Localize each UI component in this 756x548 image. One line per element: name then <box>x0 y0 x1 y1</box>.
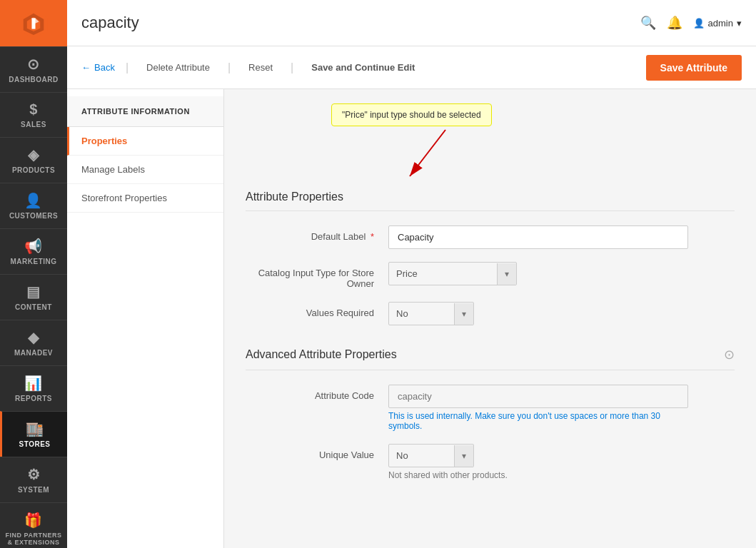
sidebar-item-system[interactable]: ⚙ SYSTEM <box>0 457 67 502</box>
customers-icon: 👤 <box>24 192 43 209</box>
collapse-icon[interactable]: ⊙ <box>724 347 735 362</box>
system-icon: ⚙ <box>27 466 41 483</box>
divider-1: | <box>126 61 128 74</box>
sidebar-item-marketing[interactable]: 📢 MARKETING <box>0 228 67 274</box>
top-header: capacity 🔍 🔔 👤 admin ▾ <box>67 0 756 46</box>
divider-2: | <box>228 61 231 74</box>
sidebar-item-reports[interactable]: 📊 REPORTS <box>0 365 67 411</box>
advanced-section-header: Advanced Attribute Properties ⊙ <box>246 347 735 370</box>
attribute-code-label: Attribute Code <box>246 385 388 401</box>
admin-label: admin <box>708 18 733 29</box>
tooltip-area: "Price" input type should be selected <box>246 103 735 183</box>
catalog-input-type-dropdown-icon: ▾ <box>497 263 516 285</box>
default-label-label: Default Label * <box>246 225 388 242</box>
delete-attribute-button[interactable]: Delete Attribute <box>139 56 217 78</box>
admin-dropdown-icon: ▾ <box>737 18 742 29</box>
values-required-control: No Yes ▾ <box>388 302 688 325</box>
search-icon[interactable]: 🔍 <box>640 15 656 31</box>
left-nav: ATTRIBUTE INFORMATION Properties Manage … <box>67 89 224 548</box>
sidebar-logo[interactable] <box>0 0 67 46</box>
products-icon: ◈ <box>28 146 39 163</box>
sidebar-item-sales[interactable]: $ SALES <box>0 92 67 137</box>
admin-user-icon: 👤 <box>693 18 705 29</box>
attribute-code-input[interactable] <box>388 385 688 408</box>
values-required-select[interactable]: No Yes <box>389 303 454 325</box>
attribute-code-helper: This is used internally. Make sure you d… <box>388 411 688 431</box>
required-star: * <box>371 231 374 242</box>
save-attribute-button[interactable]: Save Attribute <box>646 55 742 81</box>
admin-user-menu[interactable]: 👤 admin ▾ <box>693 18 742 29</box>
form-area: "Price" input type should be selected At… <box>224 89 756 548</box>
unique-value-label: Unique Value <box>246 444 388 460</box>
sidebar-item-partners[interactable]: 🎁 FIND PARTNERS & EXTENSIONS <box>0 502 67 548</box>
values-required-dropdown-icon: ▾ <box>454 303 473 325</box>
values-required-select-wrapper: No Yes ▾ <box>388 302 474 325</box>
attribute-code-control: This is used internally. Make sure you d… <box>388 385 688 431</box>
partners-icon: 🎁 <box>24 512 43 529</box>
back-button[interactable]: ← Back <box>81 56 115 78</box>
tooltip-message: "Price" input type should be selected <box>342 110 481 120</box>
left-nav-item-manage-labels[interactable]: Manage Labels <box>67 156 223 184</box>
svg-line-6 <box>410 130 445 176</box>
attribute-code-row: Attribute Code This is used internally. … <box>246 385 735 431</box>
sidebar-item-products[interactable]: ◈ PRODUCTS <box>0 137 67 183</box>
left-nav-item-storefront-properties[interactable]: Storefront Properties <box>67 184 223 213</box>
values-required-row: Values Required No Yes ▾ <box>246 302 735 325</box>
catalog-input-type-control: Price Text Field Text Area Date Yes/No M… <box>388 262 688 285</box>
catalog-input-type-select[interactable]: Price Text Field Text Area Date Yes/No M… <box>389 263 497 285</box>
sidebar-item-customers[interactable]: 👤 CUSTOMERS <box>0 183 67 228</box>
attribute-properties-section-header: Attribute Properties <box>246 191 735 211</box>
sidebar-item-manadev[interactable]: ◆ MANADEV <box>0 320 67 365</box>
unique-value-select-wrapper: No Yes ▾ <box>388 444 474 467</box>
main-area: capacity 🔍 🔔 👤 admin ▾ ← Back | Delete A… <box>67 0 756 548</box>
default-label-input[interactable] <box>388 225 688 249</box>
default-label-control <box>388 225 688 249</box>
tooltip-bubble: "Price" input type should be selected <box>331 103 492 126</box>
catalog-input-type-label: Catalog Input Type for Store Owner <box>246 262 388 289</box>
marketing-icon: 📢 <box>24 238 43 255</box>
stores-icon: 🏬 <box>26 420 44 437</box>
divider-3: | <box>291 61 293 74</box>
sales-icon: $ <box>29 101 38 118</box>
save-continue-button[interactable]: Save and Continue Edit <box>304 56 422 78</box>
advanced-attribute-properties-section: Advanced Attribute Properties ⊙ Attribut… <box>246 347 735 480</box>
reports-icon: 📊 <box>24 375 43 392</box>
content-area: ATTRIBUTE INFORMATION Properties Manage … <box>67 89 756 548</box>
sidebar-item-content[interactable]: ▤ CONTENT <box>0 274 67 320</box>
left-nav-item-properties[interactable]: Properties <box>67 127 223 156</box>
dashboard-icon: ⊙ <box>27 56 40 73</box>
reset-button[interactable]: Reset <box>241 56 280 78</box>
toolbar: ← Back | Delete Attribute | Reset | Save… <box>67 46 756 89</box>
catalog-input-type-row: Catalog Input Type for Store Owner Price… <box>246 262 735 289</box>
default-label-row: Default Label * <box>246 225 735 249</box>
header-right: 🔍 🔔 👤 admin ▾ <box>640 15 742 31</box>
unique-value-control: No Yes ▾ Not shared with other products. <box>388 444 688 480</box>
sidebar: ⊙ DASHBOARD $ SALES ◈ PRODUCTS 👤 CUSTOME… <box>0 0 67 548</box>
unique-value-row: Unique Value No Yes ▾ Not shared with ot… <box>246 444 735 480</box>
left-nav-section-title: ATTRIBUTE INFORMATION <box>67 96 223 127</box>
catalog-input-type-select-wrapper: Price Text Field Text Area Date Yes/No M… <box>388 262 517 285</box>
notifications-icon[interactable]: 🔔 <box>667 15 682 31</box>
back-arrow-icon: ← <box>81 62 91 73</box>
values-required-label: Values Required <box>246 302 388 318</box>
tooltip-arrow <box>403 126 517 183</box>
manadev-icon: ◆ <box>28 329 39 346</box>
page-title: capacity <box>81 14 139 32</box>
sidebar-item-stores[interactable]: 🏬 STORES <box>0 411 67 457</box>
unique-value-select[interactable]: No Yes <box>389 445 454 467</box>
unique-value-helper: Not shared with other products. <box>388 470 688 480</box>
unique-value-dropdown-icon: ▾ <box>454 445 473 467</box>
sidebar-item-dashboard[interactable]: ⊙ DASHBOARD <box>0 46 67 92</box>
content-icon: ▤ <box>26 283 41 300</box>
